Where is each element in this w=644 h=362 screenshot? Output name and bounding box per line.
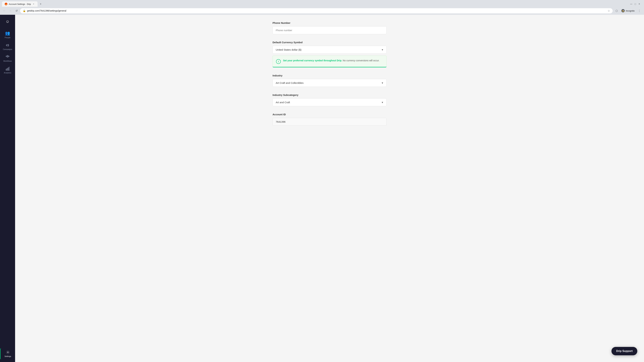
drip-logo[interactable]: ☺ bbox=[4, 17, 12, 25]
phone-number-group: Phone Number bbox=[272, 21, 386, 34]
currency-info-bold: Set your preferred currency symbol throu… bbox=[283, 59, 342, 62]
svg-rect-12 bbox=[8, 68, 8, 70]
account-id-value: 7641396 bbox=[272, 118, 386, 126]
svg-rect-2 bbox=[6, 56, 7, 57]
sidebar-label-analytics: Analytics bbox=[4, 72, 11, 74]
browser-chrome: 🔥 Account Settings · Drip × + ─ □ × ← → … bbox=[0, 0, 644, 15]
app-container: ☺ 👥 People Campaigns bbox=[0, 15, 644, 362]
industry-subcategory-label: Industry Subcategory bbox=[272, 93, 386, 96]
workflows-icon bbox=[6, 55, 10, 59]
bookmark-icon[interactable]: ☆ bbox=[608, 9, 610, 12]
sidebar-item-analytics[interactable]: Analytics bbox=[0, 65, 15, 76]
currency-info-normal: No currency conversions will occur. bbox=[342, 59, 380, 62]
campaigns-icon bbox=[6, 43, 10, 47]
browser-tab[interactable]: 🔥 Account Settings · Drip × bbox=[2, 1, 38, 7]
sidebar-item-people[interactable]: 👥 People bbox=[0, 29, 15, 40]
sidebar-item-campaigns[interactable]: Campaigns bbox=[0, 41, 15, 52]
svg-rect-5 bbox=[8, 56, 9, 57]
address-text: getdrip.com/7641396/settings/general bbox=[27, 9, 606, 12]
phone-number-label: Phone Number bbox=[272, 21, 386, 24]
maximize-button[interactable]: □ bbox=[634, 3, 636, 5]
currency-info-text: Set your preferred currency symbol throu… bbox=[283, 59, 379, 62]
new-tab-button[interactable]: + bbox=[38, 2, 43, 6]
industry-group: Industry Art Craft and Collectibles Fash… bbox=[272, 74, 386, 87]
tab-close-button[interactable]: × bbox=[32, 3, 35, 5]
browser-titlebar: 🔥 Account Settings · Drip × + ─ □ × bbox=[0, 0, 644, 7]
currency-select[interactable]: United States dollar ($) Euro (€) Britis… bbox=[272, 46, 386, 54]
industry-subcategory-select[interactable]: Art and Craft Collectibles Handmade Jewe… bbox=[272, 98, 386, 106]
currency-select-wrapper: United States dollar ($) Euro (€) Britis… bbox=[272, 46, 386, 54]
tab-favicon: 🔥 bbox=[5, 3, 8, 5]
address-bar[interactable]: 🔒 getdrip.com/7641396/settings/general ☆ bbox=[20, 8, 613, 13]
close-window-button[interactable]: × bbox=[638, 3, 641, 5]
svg-point-14 bbox=[8, 352, 8, 353]
industry-select[interactable]: Art Craft and Collectibles Fashion Techn… bbox=[272, 79, 386, 87]
sidebar: ☺ 👥 People Campaigns bbox=[0, 15, 15, 362]
info-icon: i bbox=[276, 59, 281, 64]
people-icon: 👥 bbox=[5, 31, 10, 35]
sidebar-label-campaigns: Campaigns bbox=[3, 48, 12, 50]
industry-label: Industry bbox=[272, 74, 386, 77]
back-button[interactable]: ← bbox=[2, 8, 7, 13]
sidebar-item-settings[interactable]: Settings bbox=[0, 348, 15, 359]
drip-support-label: Drip Support bbox=[616, 350, 632, 353]
industry-subcategory-select-wrapper: Art and Craft Collectibles Handmade Jewe… bbox=[272, 98, 386, 106]
sidebar-label-settings: Settings bbox=[4, 355, 11, 357]
browser-toolbar: ← → ↺ 🔒 getdrip.com/7641396/settings/gen… bbox=[0, 7, 644, 15]
currency-symbol-label: Default Currency Symbol bbox=[272, 41, 386, 44]
currency-symbol-group: Default Currency Symbol United States do… bbox=[272, 41, 386, 67]
svg-line-9 bbox=[8, 56, 8, 57]
forward-button[interactable]: → bbox=[8, 8, 13, 13]
profile-button[interactable]: 🕵 Incognito bbox=[620, 8, 636, 13]
drip-support-button[interactable]: Drip Support bbox=[612, 347, 637, 355]
sidebar-label-workflows: Workflows bbox=[3, 60, 12, 62]
extensions-button[interactable]: ⬡ bbox=[614, 8, 619, 13]
settings-icon bbox=[6, 350, 10, 354]
svg-rect-13 bbox=[9, 67, 10, 70]
incognito-icon: 🕵 bbox=[621, 9, 625, 12]
content-section: Phone Number Default Currency Symbol Uni… bbox=[272, 21, 386, 126]
svg-rect-3 bbox=[7, 55, 8, 56]
analytics-icon bbox=[6, 67, 10, 71]
account-id-group: Account ID 7641396 bbox=[272, 113, 386, 126]
lock-icon: 🔒 bbox=[23, 9, 26, 12]
industry-select-wrapper: Art Craft and Collectibles Fashion Techn… bbox=[272, 79, 386, 87]
reload-button[interactable]: ↺ bbox=[14, 8, 19, 13]
account-id-label: Account ID bbox=[272, 113, 386, 116]
currency-info-box: i Set your preferred currency symbol thr… bbox=[272, 56, 386, 67]
svg-rect-4 bbox=[7, 57, 8, 57]
main-content: Phone Number Default Currency Symbol Uni… bbox=[15, 15, 644, 362]
phone-number-input[interactable] bbox=[272, 26, 386, 34]
svg-line-8 bbox=[8, 56, 8, 56]
sidebar-item-workflows[interactable]: Workflows bbox=[0, 53, 15, 64]
sidebar-label-people: People bbox=[5, 36, 10, 38]
minimize-button[interactable]: ─ bbox=[630, 3, 632, 5]
svg-text:☺: ☺ bbox=[6, 19, 10, 24]
svg-rect-11 bbox=[7, 68, 8, 70]
svg-rect-10 bbox=[6, 69, 6, 70]
tab-title: Account Settings · Drip bbox=[9, 3, 31, 5]
toolbar-right: ⬡ 🕵 Incognito ⋮ bbox=[614, 8, 642, 13]
industry-subcategory-group: Industry Subcategory Art and Craft Colle… bbox=[272, 93, 386, 106]
menu-button[interactable]: ⋮ bbox=[636, 8, 642, 13]
profile-label: Incognito bbox=[626, 9, 634, 12]
